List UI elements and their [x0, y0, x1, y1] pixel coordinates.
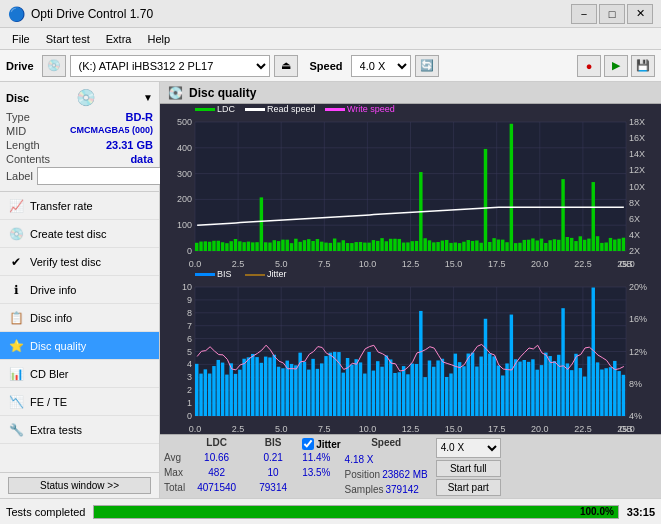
- menu-extra[interactable]: Extra: [98, 31, 140, 47]
- jitter-empty: [302, 482, 340, 496]
- maximize-button[interactable]: □: [599, 4, 625, 24]
- window-controls: − □ ✕: [571, 4, 653, 24]
- speed-header: Speed: [345, 437, 428, 451]
- position-label: Position: [345, 469, 381, 480]
- sidebar-item-label: Extra tests: [30, 424, 82, 436]
- stats-col-labels: Avg Max Total: [164, 437, 185, 496]
- status-window-btn[interactable]: Status window >>: [8, 477, 151, 494]
- sidebar-item-create-test-disc[interactable]: 💿 Create test disc: [0, 220, 159, 248]
- chart-area: 💽 Disc quality Avg Max Total LDC 10.66: [160, 82, 661, 498]
- stats-controls: 4.0 X Start full Start part: [436, 438, 501, 496]
- sidebar-item-label: CD Bler: [30, 368, 69, 380]
- sidebar-item-verify-test-disc[interactable]: ✔ Verify test disc: [0, 248, 159, 276]
- progress-text: 100.0%: [580, 506, 614, 518]
- sidebar-item-label: Drive info: [30, 284, 76, 296]
- menu-bar: File Start test Extra Help: [0, 28, 661, 50]
- elapsed-time: 33:15: [627, 506, 655, 518]
- sidebar-item-label: Disc quality: [30, 340, 86, 352]
- type-value: BD-R: [126, 111, 154, 123]
- sidebar-item-cd-bler[interactable]: 📊 CD Bler: [0, 360, 159, 388]
- green-icon-btn[interactable]: ▶: [604, 55, 628, 77]
- create-test-disc-icon: 💿: [8, 226, 24, 242]
- disc-title: Disc: [6, 92, 29, 104]
- label-label: Label: [6, 170, 33, 182]
- sidebar-item-label: Create test disc: [30, 228, 106, 240]
- label-input[interactable]: [37, 167, 170, 185]
- refresh-btn[interactable]: 🔄: [415, 55, 439, 77]
- close-button[interactable]: ✕: [627, 4, 653, 24]
- mid-label: MID: [6, 125, 26, 137]
- disc-section-icon: 💿: [76, 88, 96, 107]
- status-bar: Tests completed 100.0% 33:15: [0, 498, 661, 524]
- type-label: Type: [6, 111, 30, 123]
- position-value: 23862 MB: [382, 469, 428, 480]
- contents-label: Contents: [6, 153, 50, 165]
- samples-label: Samples: [345, 484, 384, 495]
- ldc-header: LDC: [189, 437, 244, 451]
- menu-file[interactable]: File: [4, 31, 38, 47]
- start-part-button[interactable]: Start part: [436, 479, 501, 496]
- stats-col-jitter: Jitter 11.4% 13.5%: [302, 437, 340, 496]
- sidebar-item-disc-quality[interactable]: ⭐ Disc quality: [0, 332, 159, 360]
- status-text: Tests completed: [6, 506, 85, 518]
- main-content: Disc 💿 ▼ Type BD-R MID CMCMAGBA5 (000) L…: [0, 82, 661, 498]
- chart-header-icon: 💽: [168, 86, 183, 100]
- app-icon: 🔵: [8, 6, 25, 22]
- drive-bar: Drive 💿 (K:) ATAPI iHBS312 2 PL17 ⏏ Spee…: [0, 50, 661, 82]
- avg-jitter: 11.4%: [302, 452, 340, 466]
- total-ldc: 4071540: [189, 482, 244, 496]
- stats-bar: Avg Max Total LDC 10.66 482 4071540 BIS …: [160, 434, 661, 498]
- start-full-button[interactable]: Start full: [436, 460, 501, 477]
- max-label: Max: [164, 467, 185, 481]
- progress-fill: [94, 506, 617, 518]
- drive-select[interactable]: (K:) ATAPI iHBS312 2 PL17: [70, 55, 270, 77]
- sidebar-item-label: Disc info: [30, 312, 72, 324]
- avg-bis: 0.21: [248, 452, 298, 466]
- eject-btn[interactable]: ⏏: [274, 55, 298, 77]
- speed-label: Speed: [310, 60, 343, 72]
- disc-section: Disc 💿 ▼ Type BD-R MID CMCMAGBA5 (000) L…: [0, 82, 159, 192]
- menu-help[interactable]: Help: [139, 31, 178, 47]
- sidebar-item-disc-info[interactable]: 📋 Disc info: [0, 304, 159, 332]
- transfer-rate-icon: 📈: [8, 198, 24, 214]
- sidebar-item-transfer-rate[interactable]: 📈 Transfer rate: [0, 192, 159, 220]
- bottom-chart: [160, 269, 661, 434]
- verify-test-disc-icon: ✔: [8, 254, 24, 270]
- avg-speed: 4.18 X: [345, 454, 374, 465]
- red-icon-btn[interactable]: ●: [577, 55, 601, 77]
- max-bis: 10: [248, 467, 298, 481]
- save-icon-btn[interactable]: 💾: [631, 55, 655, 77]
- sidebar-item-extra-tests[interactable]: 🔧 Extra tests: [0, 416, 159, 444]
- max-jitter: 13.5%: [302, 467, 340, 481]
- contents-value: data: [130, 153, 153, 165]
- disc-quality-icon: ⭐: [8, 338, 24, 354]
- sidebar-item-label: Verify test disc: [30, 256, 101, 268]
- drive-label: Drive: [6, 60, 34, 72]
- menu-start-test[interactable]: Start test: [38, 31, 98, 47]
- minimize-button[interactable]: −: [571, 4, 597, 24]
- title-text: Opti Drive Control 1.70: [31, 7, 571, 21]
- chart-header: 💽 Disc quality: [160, 82, 661, 104]
- progress-bar: 100.0%: [93, 505, 618, 519]
- sidebar-status: Status window >>: [0, 472, 159, 498]
- chart-title: Disc quality: [189, 86, 256, 100]
- jitter-checkbox[interactable]: [302, 438, 314, 450]
- stats-col-speed: Speed 4.18 X Position 23862 MB Samples 3…: [345, 437, 428, 496]
- title-bar: 🔵 Opti Drive Control 1.70 − □ ✕: [0, 0, 661, 28]
- top-chart: [160, 104, 661, 269]
- stats-col-ldc: LDC 10.66 482 4071540: [189, 437, 244, 496]
- stats-speed-select[interactable]: 4.0 X: [436, 438, 501, 458]
- bis-header: BIS: [248, 437, 298, 451]
- fe-te-icon: 📉: [8, 394, 24, 410]
- length-value: 23.31 GB: [106, 139, 153, 151]
- sidebar-item-label: Transfer rate: [30, 200, 93, 212]
- sidebar-item-fe-te[interactable]: 📉 FE / TE: [0, 388, 159, 416]
- avg-ldc: 10.66: [189, 452, 244, 466]
- sidebar-item-drive-info[interactable]: ℹ Drive info: [0, 276, 159, 304]
- jitter-label: Jitter: [316, 439, 340, 450]
- disc-extra-icon: ▼: [143, 92, 153, 103]
- avg-label: Avg: [164, 452, 185, 466]
- sidebar: Disc 💿 ▼ Type BD-R MID CMCMAGBA5 (000) L…: [0, 82, 160, 498]
- speed-select[interactable]: 4.0 X 1.0 X 2.0 X 8.0 X: [351, 55, 411, 77]
- drive-icon-btn[interactable]: 💿: [42, 55, 66, 77]
